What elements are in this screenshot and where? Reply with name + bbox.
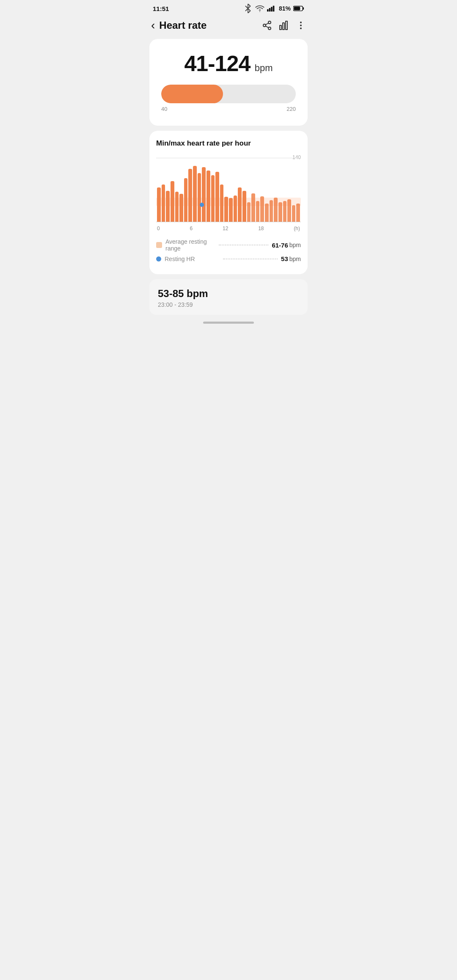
- bluetooth-icon: [243, 4, 253, 13]
- resting-hr-value: 53: [281, 255, 288, 262]
- x-label-0: 0: [157, 226, 160, 231]
- stats-icon[interactable]: [279, 20, 289, 30]
- chart-legend: Average resting range 61-76 bpm Resting …: [156, 238, 301, 262]
- svg-point-17: [300, 28, 302, 29]
- svg-rect-3: [273, 6, 275, 12]
- chart-bar[interactable]: [184, 178, 188, 222]
- resting-hr-swatch: [156, 256, 161, 262]
- chart-grid-line: [156, 158, 301, 158]
- bpm-progress-container: 40 220: [161, 85, 296, 112]
- heart-rate-card: 41-124 bpm 40 220: [149, 39, 308, 126]
- chart-bar[interactable]: [296, 204, 300, 222]
- bottom-time-range: 23:00 - 23:59: [158, 301, 299, 308]
- chart-bar[interactable]: [274, 198, 278, 222]
- signal-icon: [267, 5, 276, 12]
- chart-bar[interactable]: [202, 167, 206, 222]
- handle-bar: [203, 322, 254, 324]
- svg-rect-12: [280, 25, 281, 30]
- chart-x-axis: 0 6 12 18 (h): [156, 224, 301, 231]
- chart-bar[interactable]: [265, 204, 269, 222]
- chart-bar[interactable]: [198, 173, 201, 222]
- header-actions: [262, 20, 306, 30]
- bpm-unit: bpm: [255, 63, 273, 73]
- bottom-detail: 53-85 bpm 23:00 - 23:59: [149, 279, 308, 315]
- resting-hr-unit: bpm: [289, 256, 301, 262]
- bpm-range-value: 41-124: [184, 51, 250, 76]
- chart-bar[interactable]: [211, 175, 215, 222]
- chart-bar[interactable]: [220, 184, 224, 222]
- progress-track: [161, 85, 296, 103]
- back-button[interactable]: ‹: [151, 19, 155, 32]
- svg-rect-13: [283, 23, 284, 30]
- progress-fill: [161, 85, 223, 103]
- battery-text: 81%: [279, 5, 291, 12]
- chart-bottom-line: [156, 222, 301, 222]
- chart-bar[interactable]: [206, 171, 210, 222]
- battery-icon: [293, 6, 304, 11]
- svg-point-16: [300, 25, 302, 26]
- avg-resting-dots: [219, 245, 269, 245]
- chart-bar[interactable]: [162, 184, 165, 222]
- svg-rect-14: [286, 21, 287, 30]
- chart-section: Min/max heart rate per hour 140 0 6 12 1…: [149, 131, 308, 274]
- chart-bar[interactable]: [224, 197, 228, 222]
- status-bar: 11:51 81%: [146, 0, 311, 15]
- chart-bar[interactable]: [215, 172, 219, 222]
- chart-bar[interactable]: [229, 198, 233, 222]
- chart-bar[interactable]: [260, 196, 264, 222]
- chart-bar[interactable]: [171, 181, 174, 222]
- svg-rect-0: [267, 9, 269, 12]
- chart-bar[interactable]: [193, 166, 197, 222]
- more-icon[interactable]: [296, 20, 306, 30]
- legend-resting-hr: Resting HR 53 bpm: [156, 255, 301, 262]
- status-icons: 81%: [243, 4, 304, 13]
- chart-bar[interactable]: [283, 201, 287, 222]
- header: ‹ Heart rate: [146, 15, 311, 37]
- chart-bar[interactable]: [270, 200, 273, 222]
- chart-bar[interactable]: [287, 199, 291, 222]
- resting-hr-dot: [200, 203, 204, 207]
- chart-bar[interactable]: [188, 169, 192, 222]
- chart-area: 140: [156, 154, 301, 222]
- bpm-display: 41-124 bpm: [160, 51, 297, 76]
- x-label-h: (h): [294, 226, 300, 231]
- wifi-icon: [255, 4, 264, 13]
- x-label-18: 18: [258, 226, 264, 231]
- share-icon[interactable]: [262, 20, 272, 30]
- svg-rect-6: [294, 7, 300, 10]
- chart-bar[interactable]: [157, 187, 161, 222]
- avg-resting-unit: bpm: [289, 242, 301, 248]
- bars-container: [156, 160, 301, 222]
- chart-bar[interactable]: [278, 202, 282, 222]
- chart-bar[interactable]: [166, 191, 170, 222]
- svg-rect-1: [269, 8, 271, 11]
- chart-bar[interactable]: [292, 205, 296, 222]
- svg-rect-5: [303, 7, 304, 10]
- chart-bar[interactable]: [179, 194, 183, 222]
- chart-title: Min/max heart rate per hour: [156, 139, 301, 148]
- progress-min-label: 40: [161, 106, 167, 112]
- x-label-6: 6: [190, 226, 193, 231]
- x-label-12: 12: [223, 226, 228, 231]
- bottom-bpm-range: 53-85 bpm: [158, 288, 299, 300]
- legend-avg-resting: Average resting range 61-76 bpm: [156, 238, 301, 252]
- resting-hr-label: Resting HR: [165, 256, 220, 262]
- status-time: 11:51: [153, 5, 169, 12]
- bottom-handle: [146, 315, 311, 327]
- chart-bar[interactable]: [175, 192, 179, 222]
- chart-bar[interactable]: [242, 191, 246, 222]
- chart-bar[interactable]: [247, 202, 251, 222]
- page-title: Heart rate: [159, 19, 262, 31]
- avg-resting-swatch: [156, 242, 162, 248]
- svg-line-11: [266, 23, 269, 25]
- resting-hr-dots: [223, 259, 278, 259]
- svg-line-10: [266, 26, 269, 28]
- svg-point-15: [300, 22, 302, 23]
- chart-bar[interactable]: [251, 193, 255, 222]
- avg-resting-label: Average resting range: [165, 238, 215, 252]
- avg-resting-value: 61-76: [272, 242, 288, 249]
- chart-bar[interactable]: [256, 201, 260, 222]
- chart-bar[interactable]: [234, 195, 237, 222]
- chart-bar[interactable]: [238, 187, 242, 222]
- progress-max-label: 220: [286, 106, 296, 112]
